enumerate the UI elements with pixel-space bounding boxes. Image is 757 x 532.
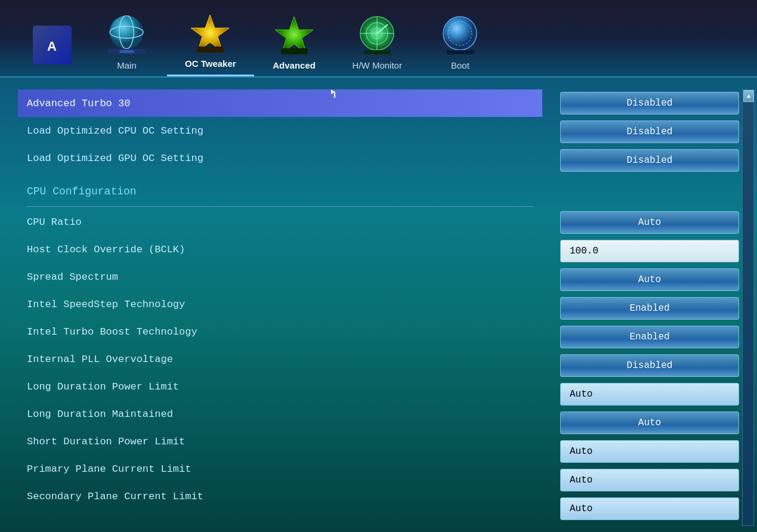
setting-load-cpu-oc[interactable]: Load Optimized CPU OC Setting xyxy=(18,117,542,144)
setting-cpu-config-header: CPU Configuration xyxy=(18,178,542,205)
setting-cpu-ratio[interactable]: CPU Ratio xyxy=(18,208,542,236)
value-long-duration-power[interactable]: Auto xyxy=(554,381,745,408)
setting-advanced-turbo-30[interactable]: Advanced Turbo 30 xyxy=(18,89,542,117)
hw-monitor-icon xyxy=(355,13,400,57)
value-btn-short-duration-power[interactable]: Auto xyxy=(560,440,739,463)
setting-intel-speedstep[interactable]: Intel SpeedStep Technology xyxy=(18,290,542,318)
svg-rect-17 xyxy=(364,50,391,54)
value-btn-host-clock[interactable]: 100.0 xyxy=(560,240,739,262)
settings-list: Advanced Turbo 30 Load Optimized CPU OC … xyxy=(18,89,542,526)
value-host-clock-override[interactable]: 100.0 xyxy=(554,237,745,265)
value-secondary-plane[interactable]: Auto xyxy=(554,495,745,522)
value-btn-load-cpu-oc[interactable]: Disabled xyxy=(560,120,739,143)
setting-spread-spectrum[interactable]: Spread Spectrum xyxy=(18,263,542,290)
svg-marker-9 xyxy=(275,17,313,52)
value-btn-cpu-ratio[interactable]: Auto xyxy=(560,211,739,234)
svg-rect-8 xyxy=(197,47,224,52)
svg-rect-20 xyxy=(447,50,474,54)
value-cpu-ratio[interactable]: Auto xyxy=(554,209,745,236)
nav-icons-container: A xyxy=(24,11,733,76)
nav-item-advanced[interactable]: Advanced xyxy=(254,13,335,76)
value-btn-turbo-boost[interactable]: Enabled xyxy=(560,326,739,348)
setting-short-duration-power[interactable]: Short Duration Power Limit xyxy=(18,428,542,455)
value-btn-long-duration-maintained[interactable]: Auto xyxy=(560,412,739,434)
value-internal-pll[interactable]: Disabled xyxy=(554,352,745,379)
value-load-cpu-oc[interactable]: Disabled xyxy=(554,118,745,146)
value-intel-speedstep[interactable]: Enabled xyxy=(554,295,745,322)
setting-load-gpu-oc[interactable]: Load Optimized GPU OC Setting xyxy=(18,144,542,172)
main-icon xyxy=(104,13,149,57)
svg-marker-7 xyxy=(191,15,229,51)
setting-long-duration-maintained[interactable]: Long Duration Maintained xyxy=(18,400,542,428)
advanced-icon xyxy=(272,13,317,57)
value-btn-load-gpu-oc[interactable]: Disabled xyxy=(560,149,739,172)
setting-internal-pll[interactable]: Internal PLL Overvoltage xyxy=(18,345,542,373)
value-btn-advanced-turbo-30[interactable]: Disabled xyxy=(560,92,739,115)
oc-tweaker-icon xyxy=(188,11,233,55)
setting-host-clock-override[interactable]: Host Clock Override (BCLK) xyxy=(18,236,542,263)
asrock-icon: A xyxy=(30,23,75,67)
svg-point-2 xyxy=(110,16,143,49)
values-panel: ▲ Disabled Disabled Disabled Auto 100.0 … xyxy=(554,89,745,526)
nav-label-oc-tweaker: OC Tweaker xyxy=(185,58,236,69)
value-btn-spread-spectrum[interactable]: Auto xyxy=(560,268,739,291)
nav-label-boot: Boot xyxy=(451,60,469,70)
value-long-duration-maintained[interactable]: Auto xyxy=(554,409,745,437)
nav-label-main: Main xyxy=(117,60,137,70)
setting-primary-plane[interactable]: Primary Plane Current Limit xyxy=(18,455,542,482)
value-short-duration-power[interactable]: Auto xyxy=(554,438,745,465)
main-content: Advanced Turbo 30 Load Optimized CPU OC … xyxy=(0,78,757,532)
value-btn-secondary-plane[interactable]: Auto xyxy=(560,497,739,520)
nav-label-hw-monitor: H/W Monitor xyxy=(353,60,402,70)
setting-secondary-plane[interactable]: Secondary Plane Current Limit xyxy=(18,482,542,510)
value-btn-internal-pll[interactable]: Disabled xyxy=(560,354,739,377)
value-spread-spectrum[interactable]: Auto xyxy=(554,266,745,293)
section-header-spacer xyxy=(554,175,745,209)
value-intel-turbo-boost[interactable]: Enabled xyxy=(554,323,745,351)
svg-rect-6 xyxy=(119,50,134,53)
scrollbar[interactable]: ▲ xyxy=(742,89,754,526)
value-btn-primary-plane[interactable]: Auto xyxy=(560,469,739,491)
setting-long-duration-power[interactable]: Long Duration Power Limit xyxy=(18,373,542,400)
scrollbar-up-arrow[interactable]: ▲ xyxy=(743,90,754,102)
value-btn-long-duration-power[interactable]: Auto xyxy=(560,383,739,406)
svg-rect-10 xyxy=(281,48,308,54)
value-btn-speedstep[interactable]: Enabled xyxy=(560,297,739,320)
value-advanced-turbo-30[interactable]: Disabled xyxy=(554,89,745,117)
nav-item-boot[interactable]: Boot xyxy=(420,13,500,76)
svg-text:A: A xyxy=(47,39,57,54)
nav-item-asrock[interactable]: A xyxy=(24,23,86,76)
nav-label-advanced: Advanced xyxy=(273,60,316,70)
boot-icon xyxy=(438,13,483,57)
nav-item-main[interactable]: Main xyxy=(86,13,167,76)
setting-intel-turbo-boost[interactable]: Intel Turbo Boost Technology xyxy=(18,318,542,345)
value-load-gpu-oc[interactable]: Disabled xyxy=(554,147,745,174)
value-primary-plane[interactable]: Auto xyxy=(554,466,745,494)
top-navigation: A xyxy=(0,0,757,78)
nav-item-oc-tweaker[interactable]: OC Tweaker xyxy=(167,11,254,76)
nav-item-hw-monitor[interactable]: H/W Monitor xyxy=(335,13,420,76)
section-divider xyxy=(27,206,533,207)
